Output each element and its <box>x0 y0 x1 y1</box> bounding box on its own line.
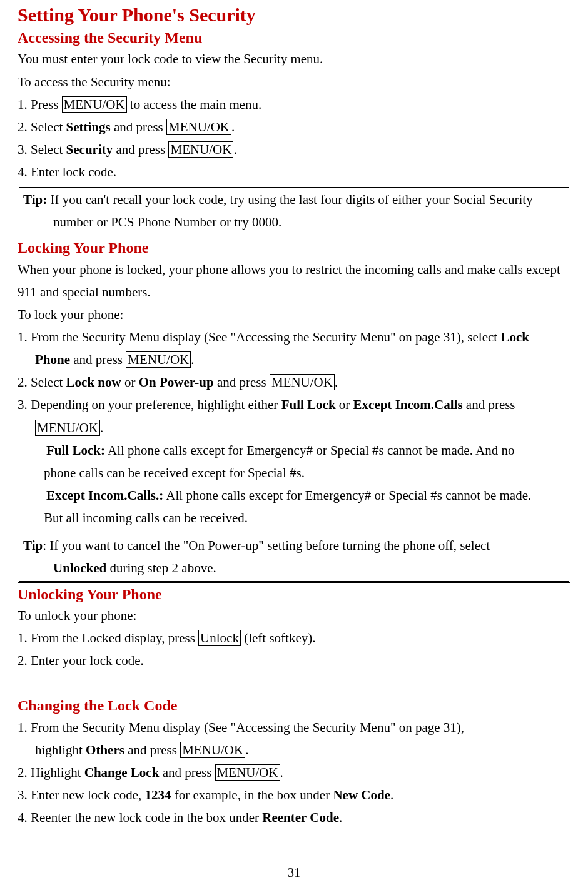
text: (left softkey). <box>241 630 316 645</box>
step-line: 4. Reenter the new lock code in the box … <box>18 806 570 829</box>
text: and press <box>70 352 126 367</box>
text: and press <box>463 397 515 412</box>
key-menu-ok: MENU/OK <box>215 764 280 781</box>
page-title: Setting Your Phone's Security <box>18 4 570 26</box>
key-menu-ok: MENU/OK <box>35 420 100 436</box>
bold-text: Settings <box>66 119 111 134</box>
heading-locking-phone: Locking Your Phone <box>18 238 570 258</box>
text: . <box>231 119 235 134</box>
tip-box: Tip: If you want to cancel the "On Power… <box>18 532 570 582</box>
text: highlight <box>35 742 86 757</box>
text: 1. Press <box>18 97 62 112</box>
step-line: 3. Enter new lock code, 1234 for example… <box>18 784 570 806</box>
text: All phone calls except for Emergency# or… <box>105 443 515 458</box>
text: and press <box>113 142 168 157</box>
text: and press <box>111 119 166 134</box>
text: . <box>280 765 283 780</box>
bold-text: Except Incom.Calls.: <box>46 488 163 503</box>
key-menu-ok: MENU/OK <box>166 119 231 135</box>
key-menu-ok: MENU/OK <box>168 141 233 158</box>
tip-label: Tip <box>23 538 43 553</box>
step-line: 1. From the Locked display, press Unlock… <box>18 627 570 649</box>
key-menu-ok: MENU/OK <box>180 742 245 758</box>
bold-text: Change Lock <box>84 765 160 780</box>
bold-text: Security <box>66 142 113 157</box>
text: 2. Select <box>18 375 66 390</box>
step-line: 2. Select Settings and press MENU/OK. <box>18 116 570 138</box>
spacer <box>18 672 570 694</box>
text: 3. Depending on your preference, highlig… <box>18 397 281 412</box>
tip-box: Tip: If you can't recall your lock code,… <box>18 186 570 236</box>
step-line: 3. Select Security and press MENU/OK. <box>18 138 570 161</box>
bold-text: Full Lock <box>281 397 336 412</box>
step-continuation: MENU/OK. <box>18 417 570 439</box>
step-line: 1. Press MENU/OK to access the main menu… <box>18 93 570 116</box>
bold-text: Unlocked <box>53 560 106 575</box>
step-line: 4. Enter lock code. <box>18 161 570 183</box>
step-line: 2. Highlight Change Lock and press MENU/… <box>18 761 570 784</box>
body-text: To lock your phone: <box>18 303 570 326</box>
text: All phone calls except for Emergency# or… <box>163 488 531 503</box>
text: 1. From the Security Menu display (See "… <box>18 330 500 345</box>
bold-text: On Power-up <box>139 375 214 390</box>
text: and press <box>159 765 215 780</box>
key-menu-ok: MENU/OK <box>126 351 191 368</box>
text: . <box>390 787 393 802</box>
bold-text: Phone <box>35 352 70 367</box>
text: or <box>336 397 353 412</box>
tip-line: Tip: If you want to cancel the "On Power… <box>23 535 565 557</box>
bullet-item: Except Incom.Calls.: All phone calls exc… <box>18 484 570 507</box>
text: 2. Select <box>18 119 66 134</box>
key-menu-ok: MENU/OK <box>62 96 127 113</box>
text: . <box>191 352 194 367</box>
text: and press <box>214 375 270 390</box>
text: 4. Reenter the new lock code in the box … <box>18 810 262 825</box>
text: . <box>335 375 338 390</box>
text: or <box>121 375 139 390</box>
bold-text: Others <box>86 742 124 757</box>
text: : If you want to cancel the "On Power-up… <box>43 538 490 553</box>
text: for example, in the box under <box>171 787 333 802</box>
body-text: To access the Security menu: <box>18 71 570 93</box>
text: during step 2 above. <box>106 560 216 575</box>
tip-line: Tip: If you can't recall your lock code,… <box>23 189 565 211</box>
step-line: 1. From the Security Menu display (See "… <box>18 326 570 348</box>
tip-line: number or PCS Phone Number or try 0000. <box>23 211 565 234</box>
step-continuation: highlight Others and press MENU/OK. <box>18 739 570 761</box>
bold-text: Full Lock: <box>46 443 105 458</box>
text: . <box>339 810 342 825</box>
text: 1. From the Locked display, press <box>18 630 198 645</box>
bold-text: New Code <box>333 787 390 802</box>
bullet-continuation: But all incoming calls can be received. <box>18 507 570 529</box>
bold-text: Except Incom.Calls <box>353 397 463 412</box>
text: and press <box>124 742 180 757</box>
text: . <box>245 742 248 757</box>
text: Full Lock: All phone calls except for Em… <box>46 439 514 462</box>
page-number: 31 <box>0 862 588 884</box>
heading-accessing-security: Accessing the Security Menu <box>18 28 570 48</box>
tip-label: Tip: <box>23 192 47 207</box>
heading-changing-lock-code: Changing the Lock Code <box>18 695 570 715</box>
text: If you can't recall your lock code, try … <box>47 192 533 207</box>
bullet-item: Full Lock: All phone calls except for Em… <box>18 439 570 462</box>
key-menu-ok: MENU/OK <box>270 374 335 390</box>
text: 2. Highlight <box>18 765 84 780</box>
text: 3. Select <box>18 142 66 157</box>
text: . <box>233 142 236 157</box>
key-unlock: Unlock <box>198 630 241 646</box>
bold-text: 1234 <box>145 787 171 802</box>
step-line: 1. From the Security Menu display (See "… <box>18 716 570 739</box>
body-text: You must enter your lock code to view th… <box>18 48 570 70</box>
body-text: To unlock your phone: <box>18 604 570 627</box>
step-line: 3. Depending on your preference, highlig… <box>18 393 570 416</box>
text: . <box>100 420 103 435</box>
step-line: 2. Select Lock now or On Power-up and pr… <box>18 371 570 393</box>
bullet-continuation: phone calls can be received except for S… <box>18 462 570 484</box>
bold-text: Lock <box>500 330 529 345</box>
text: to access the main menu. <box>127 97 262 112</box>
body-text: When your phone is locked, your phone al… <box>18 258 570 303</box>
step-continuation: Phone and press MENU/OK. <box>18 348 570 371</box>
tip-line: Unlocked during step 2 above. <box>23 557 565 580</box>
bold-text: Reenter Code <box>262 810 339 825</box>
text: Except Incom.Calls.: All phone calls exc… <box>46 484 531 507</box>
